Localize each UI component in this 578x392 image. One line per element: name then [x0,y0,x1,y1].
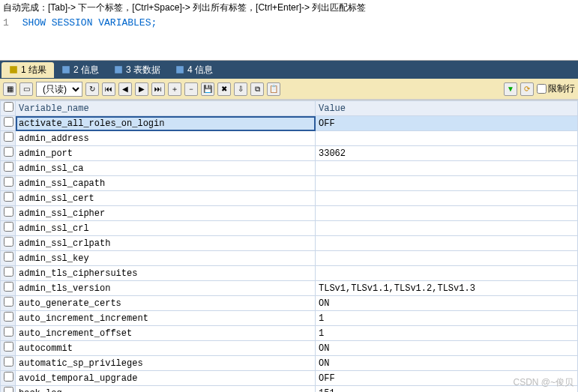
row-selector[interactable] [1,116,16,131]
table-row[interactable]: auto_increment_increment1 [1,311,578,326]
row-selector[interactable] [1,326,16,341]
table-row[interactable]: admin_ssl_capath [1,176,578,191]
table-row[interactable]: admin_ssl_crlpath [1,236,578,251]
cell-variable-name[interactable]: admin_ssl_capath [16,176,316,191]
row-checkbox[interactable] [4,207,13,217]
row-checkbox[interactable] [4,192,13,202]
table-row[interactable]: avoid_temporal_upgradeOFF [1,371,578,386]
next-button[interactable]: ▶ [135,82,148,96]
cell-value[interactable] [316,191,578,206]
row-selector[interactable] [1,161,16,176]
cell-value[interactable] [316,131,578,146]
cell-value[interactable] [316,221,578,236]
row-selector[interactable] [1,266,16,281]
cell-variable-name[interactable]: auto_generate_certs [16,296,316,311]
row-checkbox[interactable] [4,147,13,157]
row-checkbox[interactable] [4,282,13,292]
table-row[interactable]: admin_tls_versionTLSv1,TLSv1.1,TLSv1.2,T… [1,281,578,296]
table-row[interactable]: automatic_sp_privilegesON [1,356,578,371]
cell-variable-name[interactable]: admin_ssl_crlpath [16,236,316,251]
delete-row-button[interactable]: － [184,82,198,96]
row-selector[interactable] [1,281,16,296]
row-selector-header[interactable] [1,101,16,116]
table-row[interactable]: auto_increment_offset1 [1,326,578,341]
tab-2[interactable]: 3 表数据 [106,62,168,78]
copy-button[interactable]: ⧉ [250,82,264,96]
row-checkbox[interactable] [4,372,13,382]
row-selector[interactable] [1,221,16,236]
cell-value[interactable]: OFF [316,116,578,131]
row-selector[interactable] [1,206,16,221]
save-button[interactable]: 💾 [201,82,214,96]
row-selector[interactable] [1,176,16,191]
cell-variable-name[interactable]: auto_increment_offset [16,326,316,341]
cell-variable-name[interactable]: automatic_sp_privileges [16,356,316,371]
limit-rows-checkbox[interactable]: 限制行 [537,82,575,95]
cell-variable-name[interactable]: admin_tls_version [16,281,316,296]
table-row[interactable]: admin_tls_ciphersuites [1,266,578,281]
row-checkbox[interactable] [4,177,13,187]
cell-variable-name[interactable]: admin_ssl_key [16,251,316,266]
row-checkbox[interactable] [4,387,13,392]
table-row[interactable]: admin_ssl_cipher [1,206,578,221]
row-checkbox[interactable] [4,297,13,307]
table-row[interactable]: back_log151 [1,386,578,393]
cell-value[interactable] [316,206,578,221]
row-checkbox[interactable] [4,117,13,127]
cell-variable-name[interactable]: autocommit [16,341,316,356]
row-selector[interactable] [1,251,16,266]
export-button[interactable]: ⇩ [234,82,247,96]
cell-variable-name[interactable]: activate_all_roles_on_login [16,116,316,131]
row-checkbox[interactable] [4,342,13,352]
cell-variable-name[interactable]: auto_increment_increment [16,311,316,326]
filter-button[interactable]: ▼ [504,82,517,96]
row-selector[interactable] [1,131,16,146]
row-selector[interactable] [1,341,16,356]
cell-value[interactable] [316,236,578,251]
limit-rows-input[interactable] [537,84,547,94]
cell-value[interactable]: ON [316,341,578,356]
table-row[interactable]: admin_port33062 [1,146,578,161]
table-row[interactable]: admin_address [1,131,578,146]
row-checkbox[interactable] [4,357,13,367]
row-selector[interactable] [1,236,16,251]
row-selector[interactable] [1,371,16,386]
cell-value[interactable] [316,161,578,176]
row-checkbox[interactable] [4,237,13,247]
table-row[interactable]: auto_generate_certsON [1,296,578,311]
col-header-variable-name[interactable]: Variable_name [16,101,316,116]
cell-value[interactable]: 1 [316,311,578,326]
cell-value[interactable]: ON [316,356,578,371]
clip-button[interactable]: 📋 [267,82,280,96]
cell-variable-name[interactable]: avoid_temporal_upgrade [16,371,316,386]
add-row-button[interactable]: ＋ [168,82,181,96]
row-selector[interactable] [1,356,16,371]
cell-variable-name[interactable]: admin_ssl_cert [16,191,316,206]
select-all-checkbox[interactable] [4,102,13,112]
row-checkbox[interactable] [4,132,13,142]
row-selector[interactable] [1,146,16,161]
cell-variable-name[interactable]: admin_ssl_cipher [16,206,316,221]
row-checkbox[interactable] [4,312,13,322]
cell-value[interactable] [316,176,578,191]
row-checkbox[interactable] [4,162,13,172]
row-checkbox[interactable] [4,267,13,277]
edit-mode-select[interactable]: (只读) [36,82,82,97]
cell-value[interactable] [316,251,578,266]
tab-1[interactable]: 2 信息 [54,62,106,78]
result-grid-wrapper[interactable]: Variable_name Value activate_all_roles_o… [0,100,578,392]
table-row[interactable]: admin_ssl_key [1,251,578,266]
row-selector[interactable] [1,311,16,326]
sort-button[interactable]: ⟳ [520,82,534,96]
table-row[interactable]: activate_all_roles_on_loginOFF [1,116,578,131]
cell-value[interactable]: 151 [316,386,578,393]
table-row[interactable]: admin_ssl_crl [1,221,578,236]
row-selector[interactable] [1,296,16,311]
cell-value[interactable]: OFF [316,371,578,386]
table-row[interactable]: admin_ssl_cert [1,191,578,206]
tab-3[interactable]: 4 信息 [168,62,220,78]
grid-view-button[interactable]: ▦ [3,82,16,96]
cell-value[interactable]: TLSv1,TLSv1.1,TLSv1.2,TLSv1.3 [316,281,578,296]
cell-variable-name[interactable]: admin_address [16,131,316,146]
cell-variable-name[interactable]: back_log [16,386,316,393]
